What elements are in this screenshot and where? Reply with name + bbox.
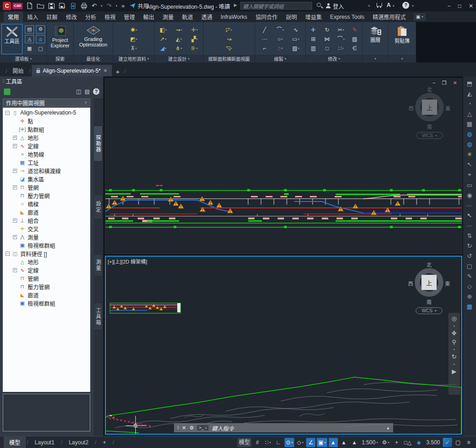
steering-wheel-icon[interactable]: ◎ [452, 316, 457, 322]
zoom-target-icon[interactable]: ⌖ [468, 171, 471, 178]
ribbon-tab-測量[interactable]: 測量 [158, 11, 178, 22]
tree-expander-icon[interactable]: + [13, 169, 17, 173]
tree-ds-corridors[interactable]: ◣廊道 [3, 291, 90, 299]
ribbon-tab-透通[interactable]: 透通 [197, 11, 216, 22]
close-button[interactable]: ✕ [469, 3, 473, 9]
alignment-icon[interactable]: ⇝▾ [172, 26, 186, 34]
ribbon-tab-註解[interactable]: 註解 [42, 11, 62, 22]
section-views-icon[interactable]: ◹▾ [221, 44, 237, 52]
surface-stack-icon[interactable]: ◈ [414, 438, 424, 447]
mirror-icon[interactable]: ⋈ [321, 35, 333, 43]
layout-tab-Layout2[interactable]: Layout2 [63, 437, 94, 448]
search-icon[interactable] [317, 3, 321, 7]
sheetset-palette-icon[interactable]: ▦ [25, 45, 34, 53]
export-icon[interactable] [70, 3, 76, 9]
toolbox-palette-icon[interactable]: ⌂ [36, 35, 45, 43]
create-surface-icon[interactable]: ◩▾ [126, 35, 142, 43]
undo-icon[interactable]: ↶ [92, 3, 97, 9]
dropdown-caret-icon[interactable]: ▾ [291, 441, 293, 444]
command-close-icon[interactable]: ✕ [182, 425, 186, 431]
ribbon-tab-插入[interactable]: 插入 [23, 11, 42, 22]
navbar-caret-icon[interactable]: ▾ [453, 348, 455, 351]
active-drawing-icon[interactable] [4, 88, 11, 95]
workspace-settings-icon[interactable]: ⚙▾ [381, 438, 391, 447]
dropdown-caret-icon[interactable]: ▾ [342, 47, 343, 50]
dropdown-caret-icon[interactable]: ▾ [136, 29, 137, 31]
customization-menu-icon[interactable]: ≡ [464, 438, 473, 447]
tree-drawing-root[interactable]: −▯Align-Superelevation-5 [3, 109, 90, 117]
pan-icon[interactable]: ✥ [452, 330, 457, 336]
showmotion-icon[interactable]: ▶ [452, 368, 457, 374]
tree-alignments[interactable]: +∿定線 [3, 142, 90, 150]
profile-view-icon[interactable]: ◸▾ [221, 26, 237, 34]
ribbon-tab-軌道[interactable]: 軌道 [178, 11, 197, 22]
project-explorer-button[interactable]: Project Explorer [48, 24, 72, 54]
dropdown-caret-icon[interactable]: ▾ [180, 38, 182, 40]
sheet-flag-icon[interactable]: ⬒ [467, 80, 472, 87]
clean-screen-icon[interactable]: ▢ [453, 438, 463, 447]
apps-caret-icon[interactable]: ▾ [393, 4, 395, 7]
stretch-icon[interactable]: ▥ [308, 44, 319, 52]
trim-icon[interactable]: ✂▾ [335, 26, 347, 34]
ribbon-tab-修改[interactable]: 修改 [62, 11, 81, 22]
command-prompt-icon[interactable]: >_▾ [197, 425, 209, 431]
orbit-tool-icon[interactable]: ↻ [467, 242, 472, 249]
object-snap-icon[interactable]: ▣▾ [317, 438, 327, 447]
plot-icon[interactable] [81, 3, 87, 9]
monitor-palette-icon[interactable]: ▢ [36, 45, 45, 53]
tree-expander-icon[interactable]: + [13, 136, 17, 140]
dropdown-caret-icon[interactable]: ▾ [197, 47, 198, 50]
profile-icon[interactable]: ◭▾ [172, 35, 186, 43]
feature-line-icon[interactable]: ↗▾ [157, 35, 170, 43]
undo-caret-icon[interactable]: ▾ [101, 4, 103, 7]
command-expand-icon[interactable]: ▲ [386, 426, 390, 430]
dropdown-caret-icon[interactable]: ▾ [196, 38, 197, 40]
grading-optimization-button[interactable]: Grading Optimization [75, 24, 111, 54]
annotation-autoscale-icon[interactable]: ▲ [339, 438, 348, 447]
box-tool-icon[interactable]: ▢ [467, 263, 472, 270]
maximize-button[interactable]: □ [458, 3, 461, 9]
rotate-icon[interactable]: ↻ [321, 26, 333, 34]
ribbon-tab-精選應用程式[interactable]: 精選應用程式 [369, 11, 410, 22]
new-layout-button[interactable]: + [97, 437, 111, 448]
toolspace-tab-工具箱[interactable]: 工具箱 [93, 303, 103, 330]
rectangle-icon[interactable]: ▭▾ [289, 35, 303, 43]
model-space-button[interactable]: 模型 [238, 438, 251, 447]
dropdown-caret-icon[interactable]: ▾ [325, 441, 326, 444]
ortho-mode-icon[interactable]: ∟ [274, 438, 283, 447]
new-drawing-tab-button[interactable]: + [112, 68, 123, 76]
viewcube-bottom-viewport[interactable]: 北 西 上 東 南 WCS▾ [408, 261, 450, 317]
tree-intersections[interactable]: ✛交叉 [3, 224, 90, 233]
line-icon[interactable]: ╱ [258, 26, 272, 34]
web-globe-icon[interactable]: ◍ [467, 131, 472, 138]
redo-icon[interactable]: ↷ [106, 3, 111, 9]
toolspace-help-icon[interactable]: ? [93, 88, 99, 95]
command-input[interactable]: 鍵入指令 [212, 424, 234, 432]
tree-expander-icon[interactable]: − [6, 252, 10, 256]
panel-title-layers[interactable]: ▾ [363, 55, 388, 63]
ribbon-display-toggle[interactable]: ▣▾ [414, 13, 426, 20]
autodesk-apps-button[interactable]: A [387, 2, 391, 8]
signin-caret-icon[interactable]: ▾ [368, 4, 370, 7]
help-icon[interactable]: ? [402, 2, 409, 9]
viewport-top[interactable]: − ❐ ✕ 北 西 上 東 南 WCS▾ [105, 78, 462, 254]
orbit-icon[interactable]: ↻ [452, 354, 457, 360]
panorama-icon[interactable]: ▤ [85, 88, 90, 95]
dropdown-caret-icon[interactable]: ▾ [136, 38, 137, 40]
ribbon-tab-管理[interactable]: 管理 [120, 11, 139, 22]
dropdown-caret-icon[interactable]: ▾ [181, 47, 182, 50]
panel-title-clipboard[interactable]: ▾ [389, 55, 416, 63]
view-selector-dropdown[interactable]: 作用中圖面視圖˅ [3, 98, 90, 107]
scale-icon[interactable]: □ [321, 44, 333, 52]
grid-display-icon[interactable]: # [253, 438, 262, 447]
viewport-bottom-active[interactable]: [+][上][2D 線架構] 北 西 上 東 南 WCS▾ ◎▾✥⚲▾↻▾▶ [105, 256, 462, 435]
dropdown-caret-icon[interactable]: ▾ [165, 47, 166, 50]
units-icon[interactable]: □△ [402, 438, 412, 447]
compass-icon[interactable]: ◉ [467, 192, 472, 199]
dropdown-caret-icon[interactable]: ▾ [281, 38, 283, 40]
dropdown-caret-icon[interactable]: ▾ [302, 441, 303, 444]
command-line-bar[interactable]: ⁞⁞ ✕ ⚙ >_▾ 鍵入指令 ▲ [174, 423, 393, 432]
tree-expander-icon[interactable]: − [6, 111, 10, 115]
panel-title-modify[interactable]: 修改▾ [306, 55, 362, 63]
window-select-icon[interactable]: ▭ [467, 182, 472, 189]
